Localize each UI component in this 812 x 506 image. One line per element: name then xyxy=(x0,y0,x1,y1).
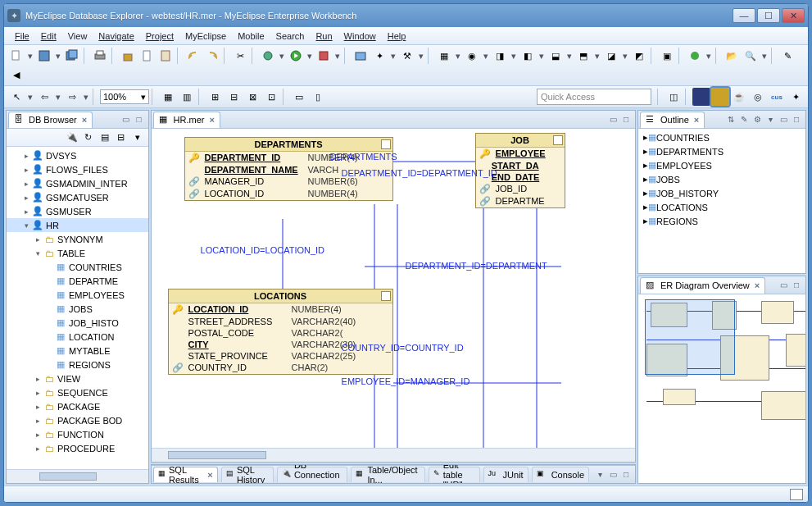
persp-db-icon[interactable] xyxy=(711,88,729,106)
dropdown-icon[interactable]: ▾ xyxy=(82,88,90,106)
maximize-view-icon[interactable]: □ xyxy=(791,114,802,125)
save-all-icon[interactable] xyxy=(63,47,81,65)
status-icon[interactable] xyxy=(790,489,803,500)
table-menu-icon[interactable] xyxy=(381,291,391,301)
dropdown-icon[interactable]: ▾ xyxy=(26,47,34,65)
layout2-icon[interactable]: ▥ xyxy=(178,88,196,106)
new-icon[interactable] xyxy=(7,47,25,65)
menu-file[interactable]: File xyxy=(9,31,35,41)
open-icon[interactable]: 📂 xyxy=(723,47,741,65)
tree-node[interactable]: ▾👤HR xyxy=(7,218,148,232)
maximize-view-icon[interactable]: □ xyxy=(620,469,632,481)
dropdown-icon[interactable]: ▾ xyxy=(705,47,713,65)
tree-node[interactable]: ▸👤DVSYS xyxy=(7,148,148,162)
tree-node[interactable]: ▦JOB_HISTO xyxy=(7,316,148,330)
tree-node[interactable]: ▾🗀TABLE xyxy=(7,246,148,260)
wizard-icon[interactable]: ✦ xyxy=(370,47,388,65)
camera-icon[interactable]: ▣ xyxy=(658,47,676,65)
menu-mobile[interactable]: Mobile xyxy=(232,31,270,41)
grid4-icon[interactable]: ⊡ xyxy=(262,88,280,106)
zoom-level[interactable]: 100%▾ xyxy=(100,89,149,104)
nav-fwd-icon[interactable]: ⇨ xyxy=(63,88,81,106)
close-icon[interactable]: × xyxy=(82,115,87,125)
menu-myeclipse[interactable]: MyEclipse xyxy=(179,31,232,41)
jsp-icon[interactable]: ▦ xyxy=(435,47,453,65)
dropdown-icon[interactable]: ▾ xyxy=(760,47,769,65)
close-icon[interactable]: × xyxy=(209,115,214,125)
dropdown-icon[interactable]: ▾ xyxy=(538,47,546,65)
align1-icon[interactable]: ▭ xyxy=(290,88,308,106)
build-icon[interactable]: ⚒ xyxy=(398,47,416,65)
page-icon[interactable] xyxy=(138,47,156,65)
bottom-tab[interactable]: ▣Console xyxy=(532,467,589,482)
dropdown-icon[interactable]: ▾ xyxy=(565,47,574,65)
outline-item[interactable]: ▸▦DEPARTMENTS xyxy=(640,144,804,158)
tree-node[interactable]: ▦DEPARTME xyxy=(7,274,148,288)
sort-icon[interactable]: ⇅ xyxy=(725,114,737,125)
project-icon[interactable] xyxy=(352,47,370,65)
menu-navigate[interactable]: Navigate xyxy=(93,31,139,41)
tab-er-overview[interactable]: ▨ ER Diagram Overview × xyxy=(640,277,765,294)
bottom-tab[interactable]: ▤SQL History xyxy=(221,467,274,482)
menu-icon[interactable]: ▾ xyxy=(764,114,776,125)
back-icon[interactable]: ◀ xyxy=(7,66,25,84)
persp-ws-icon[interactable]: ◎ xyxy=(749,88,767,106)
close-button[interactable]: ✕ xyxy=(782,8,805,23)
grid3-icon[interactable]: ⊠ xyxy=(243,88,261,106)
dropdown-icon[interactable]: ▾ xyxy=(510,47,518,65)
menu-icon[interactable]: ▾ xyxy=(594,469,606,481)
db-tree[interactable]: ▸👤DVSYS▸👤FLOWS_FILES▸👤GSMADMIN_INTER▸👤GS… xyxy=(7,147,148,469)
nav-back-icon[interactable]: ⇦ xyxy=(35,88,53,106)
tree-node[interactable]: ▸🗀SEQUENCE xyxy=(7,385,148,399)
persp-open-icon[interactable]: ◫ xyxy=(665,88,683,106)
align2-icon[interactable]: ▯ xyxy=(309,88,327,106)
minimize-view-icon[interactable]: ▭ xyxy=(778,280,789,291)
tree-node[interactable]: ▦REGIONS xyxy=(7,358,148,372)
outline-item[interactable]: ▸▦EMPLOYEES xyxy=(640,158,804,172)
refresh-icon[interactable]: ↻ xyxy=(81,130,96,145)
tree-node[interactable]: ▸👤GSMADMIN_INTER xyxy=(7,176,148,190)
layout1-icon[interactable]: ▦ xyxy=(159,88,177,106)
tab-db-browser[interactable]: 🗄 DB Browser × xyxy=(8,112,93,128)
connect-icon[interactable]: 🔌 xyxy=(65,130,79,145)
dropdown-icon[interactable]: ▾ xyxy=(306,47,314,65)
tree-node[interactable]: ▸🗀FUNCTION xyxy=(7,427,148,441)
servlet-icon[interactable]: ⬒ xyxy=(574,47,592,65)
maximize-button[interactable]: ☐ xyxy=(757,8,780,23)
outline-item[interactable]: ▸▦JOB_HISTORY xyxy=(640,186,804,200)
dropdown-icon[interactable]: ▾ xyxy=(389,47,397,65)
outline-tree[interactable]: ▸▦COUNTRIES▸▦DEPARTMENTS▸▦EMPLOYEES▸▦JOB… xyxy=(638,129,805,273)
tree-node[interactable]: ▸🗀PACKAGE xyxy=(7,399,148,413)
dropdown-icon[interactable]: ▾ xyxy=(593,47,601,65)
tab-hr-mer[interactable]: ▦ HR.mer × xyxy=(153,112,220,128)
xml-icon[interactable]: ⬓ xyxy=(547,47,565,65)
h-scrollbar[interactable] xyxy=(7,469,148,483)
grid1-icon[interactable]: ⊞ xyxy=(206,88,224,106)
minimize-view-icon[interactable]: ▭ xyxy=(778,114,789,125)
redo-icon[interactable] xyxy=(203,47,221,65)
collapse-icon[interactable]: ⊟ xyxy=(114,130,129,145)
close-icon[interactable]: × xyxy=(207,470,212,480)
tree-node[interactable]: ▦MYTABLE xyxy=(7,344,148,358)
outline-item[interactable]: ▸▦COUNTRIES xyxy=(640,130,804,144)
menu-edit[interactable]: Edit xyxy=(35,31,62,41)
table-menu-icon[interactable] xyxy=(553,135,563,145)
script-icon[interactable] xyxy=(157,47,175,65)
outline-item[interactable]: ▸▦JOBS xyxy=(640,172,804,186)
menu-search[interactable]: Search xyxy=(270,31,311,41)
filter-icon[interactable]: ▤ xyxy=(98,130,112,145)
menu-icon[interactable]: ▾ xyxy=(130,130,145,145)
applet-icon[interactable]: ◉ xyxy=(463,47,481,65)
grid2-icon[interactable]: ⊟ xyxy=(225,88,243,106)
cut-icon[interactable]: ✂ xyxy=(231,47,249,65)
server-icon[interactable] xyxy=(686,47,704,65)
dropdown-icon[interactable]: ▾ xyxy=(333,47,342,65)
persp-cus-icon[interactable]: cus xyxy=(768,88,786,106)
gear-icon[interactable]: ⚙ xyxy=(751,114,763,125)
deploy-icon[interactable] xyxy=(119,47,137,65)
search-icon[interactable]: 🔍 xyxy=(742,47,760,65)
persp-java-icon[interactable]: ☕ xyxy=(730,88,748,106)
close-icon[interactable]: × xyxy=(694,115,699,125)
bottom-tab[interactable]: 🔌DB Connection ... xyxy=(277,467,347,482)
debug-icon[interactable] xyxy=(259,47,277,65)
